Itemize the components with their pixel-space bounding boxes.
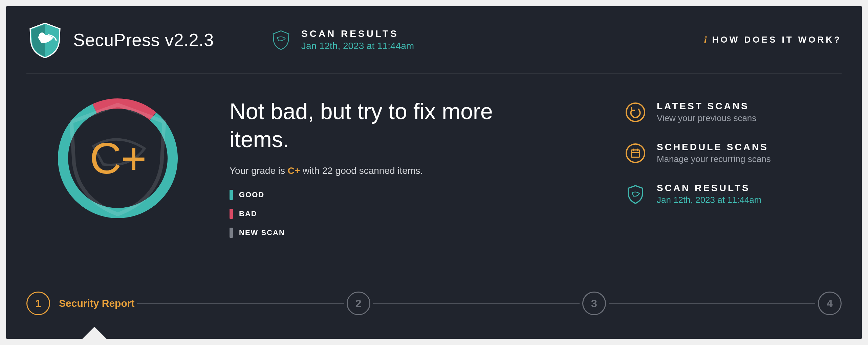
summary-grade-line: Your grade is C+ with 22 good scanned it… bbox=[230, 165, 605, 176]
header-scan-date: Jan 12th, 2023 at 11:44am bbox=[301, 41, 414, 51]
info-icon: i bbox=[704, 34, 707, 46]
how-does-it-work-link[interactable]: i HOW DOES IT WORK? bbox=[704, 34, 842, 46]
step-navigation: 1 Security Report 2 3 4 bbox=[26, 292, 842, 315]
actions-column: LATEST SCANS View your previous scans SC… bbox=[625, 97, 842, 247]
legend-bad: BAD bbox=[230, 209, 605, 219]
step-3[interactable]: 3 bbox=[582, 292, 606, 315]
grade-ring: C+ bbox=[57, 97, 179, 219]
summary-headline: Not bad, but try to fix more items. bbox=[230, 97, 534, 153]
schedule-scans-link[interactable]: SCHEDULE SCANS Manage your recurring sca… bbox=[625, 142, 842, 164]
step-4[interactable]: 4 bbox=[818, 292, 842, 315]
step-4-circle: 4 bbox=[818, 292, 842, 315]
brand-name: SecuPress v2.2.3 bbox=[73, 30, 214, 50]
legend-good-label: GOOD bbox=[239, 190, 264, 199]
svg-point-4 bbox=[626, 144, 645, 162]
svg-point-3 bbox=[626, 103, 645, 121]
schedule-scans-title: SCHEDULE SCANS bbox=[657, 142, 771, 153]
secupress-logo-icon bbox=[26, 21, 64, 59]
brand-block: SecuPress v2.2.3 bbox=[26, 21, 270, 59]
latest-scans-sub: View your previous scans bbox=[657, 113, 756, 123]
grade-letter: C+ bbox=[57, 97, 179, 219]
active-step-indicator-icon bbox=[82, 327, 107, 339]
step-1[interactable]: 1 Security Report bbox=[26, 292, 134, 315]
legend-good-swatch bbox=[230, 190, 233, 200]
grade-column: C+ bbox=[26, 97, 209, 247]
step-1-label: Security Report bbox=[59, 298, 134, 309]
step-line bbox=[609, 303, 815, 304]
legend-bad-swatch bbox=[230, 209, 233, 219]
legend-newscan-label: NEW SCAN bbox=[239, 228, 285, 237]
scan-results-link[interactable]: SCAN RESULTS Jan 12th, 2023 at 11:44am bbox=[625, 183, 842, 205]
legend-newscan-swatch bbox=[230, 228, 233, 238]
legend: GOOD BAD NEW SCAN bbox=[230, 190, 605, 238]
scan-results-sub: Jan 12th, 2023 at 11:44am bbox=[657, 195, 761, 205]
step-line bbox=[373, 303, 580, 304]
step-2-circle: 2 bbox=[347, 292, 370, 315]
step-3-circle: 3 bbox=[582, 292, 606, 315]
legend-bad-label: BAD bbox=[239, 209, 257, 218]
step-1-circle: 1 bbox=[26, 292, 50, 315]
summary-grade-inline: C+ bbox=[288, 165, 300, 176]
header-scan-title: SCAN RESULTS bbox=[301, 28, 414, 39]
step-line bbox=[137, 303, 344, 304]
svg-rect-5 bbox=[631, 150, 639, 157]
schedule-scans-sub: Manage your recurring scans bbox=[657, 154, 771, 164]
calendar-icon bbox=[625, 143, 646, 164]
summary-column: Not bad, but try to fix more items. Your… bbox=[230, 97, 605, 247]
shield-icon bbox=[625, 184, 646, 205]
how-link-label: HOW DOES IT WORK? bbox=[712, 34, 842, 45]
summary-post: with 22 good scanned items. bbox=[300, 165, 423, 176]
main-content: C+ Not bad, but try to fix more items. Y… bbox=[26, 74, 842, 247]
latest-scans-title: LATEST SCANS bbox=[657, 101, 756, 112]
summary-pre: Your grade is bbox=[230, 165, 288, 176]
legend-newscan: NEW SCAN bbox=[230, 228, 605, 238]
header-scan-results: SCAN RESULTS Jan 12th, 2023 at 11:44am bbox=[270, 28, 414, 51]
history-icon bbox=[625, 102, 646, 123]
top-bar: SecuPress v2.2.3 SCAN RESULTS Jan 12th, … bbox=[26, 6, 842, 74]
latest-scans-link[interactable]: LATEST SCANS View your previous scans bbox=[625, 101, 842, 123]
step-2[interactable]: 2 bbox=[347, 292, 370, 315]
dashboard-panel: SecuPress v2.2.3 SCAN RESULTS Jan 12th, … bbox=[6, 6, 862, 339]
shield-outline-icon bbox=[270, 29, 292, 51]
scan-results-title: SCAN RESULTS bbox=[657, 183, 761, 193]
legend-good: GOOD bbox=[230, 190, 605, 200]
